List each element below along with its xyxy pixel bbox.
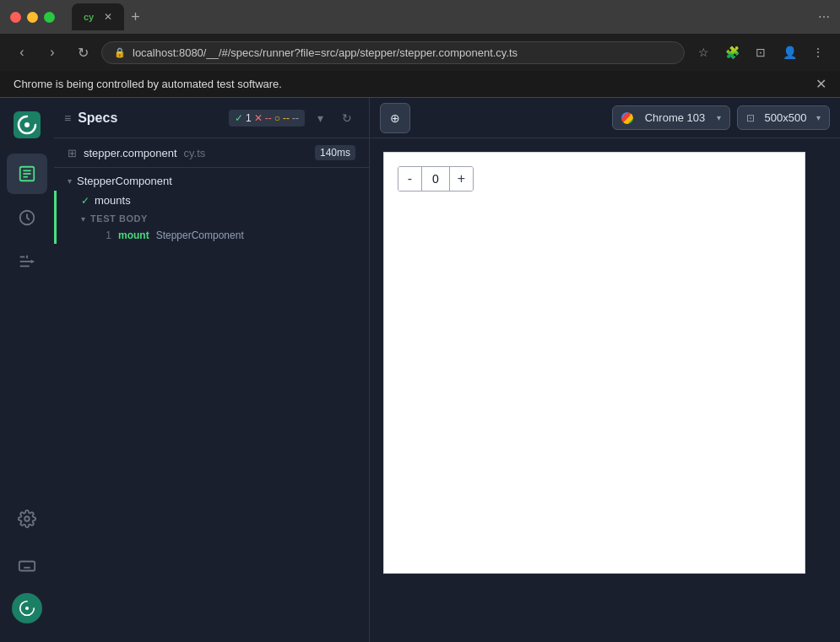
- specs-panel: ≡ Specs ✓ 1 ✕ -- ○ -- -- ▾ ↻: [54, 98, 370, 642]
- test-item-row[interactable]: ✓ mounts: [54, 191, 369, 210]
- automation-close-button[interactable]: ✕: [816, 76, 826, 92]
- test-item-container: ✓ mounts ▾ TEST BODY 1 mount StepperComp…: [54, 191, 369, 244]
- cmd-name: mount: [118, 229, 149, 241]
- menu-button[interactable]: ⋮: [806, 40, 830, 64]
- specs-title: Specs: [78, 111, 222, 126]
- svg-point-12: [24, 516, 30, 521]
- svg-point-19: [25, 607, 29, 610]
- window-controls: ⋯: [818, 10, 830, 24]
- test-pass-icon: ✓: [81, 195, 89, 207]
- url-text: localhost:8080/__/#/specs/runner?file=sr…: [133, 46, 518, 59]
- preview-settings-button[interactable]: ⊕: [380, 103, 410, 133]
- stepper-widget: - 0 +: [398, 166, 474, 192]
- cypress-app-logo[interactable]: [10, 108, 44, 142]
- forward-button[interactable]: ›: [41, 40, 64, 64]
- address-bar[interactable]: 🔒 localhost:8080/__/#/specs/runner?file=…: [101, 41, 685, 64]
- sidebar-item-settings[interactable]: [7, 499, 47, 539]
- automation-banner: Chrome is being controlled by automated …: [0, 71, 840, 98]
- minimize-traffic-light[interactable]: [27, 12, 38, 23]
- size-icon: ⊡: [746, 112, 755, 124]
- profile-button[interactable]: 👤: [778, 40, 801, 64]
- test-file-row[interactable]: ⊞ stepper.component cy.ts 140ms: [54, 138, 369, 168]
- preview-toolbar: ⊕ Chrome 103 ▾ ⊡ 500x500 ▾: [370, 98, 840, 138]
- section-label: TEST BODY: [90, 213, 148, 224]
- preview-viewport: - 0 +: [370, 138, 840, 642]
- pending-count: --: [283, 112, 290, 124]
- automation-text: Chrome is being controlled by automated …: [14, 78, 282, 90]
- preview-panel: ⊕ Chrome 103 ▾ ⊡ 500x500 ▾ - 0: [370, 98, 840, 642]
- size-label: 500x500: [765, 111, 807, 124]
- file-duration: 140ms: [315, 145, 355, 160]
- browser-label: Chrome 103: [645, 111, 706, 124]
- active-tab[interactable]: cy ✕: [72, 3, 124, 30]
- extension-puzzle-button[interactable]: 🧩: [720, 40, 744, 64]
- specs-header: ≡ Specs ✓ 1 ✕ -- ○ -- -- ▾ ↻: [54, 98, 369, 138]
- refresh-button[interactable]: ↻: [335, 106, 359, 130]
- sidebar-item-keyboard[interactable]: [7, 546, 47, 586]
- stepper-decrement-button[interactable]: -: [398, 167, 422, 191]
- back-button[interactable]: ‹: [10, 40, 34, 64]
- split-view-button[interactable]: ⊡: [749, 40, 772, 64]
- viewport-frame: - 0 +: [383, 152, 805, 574]
- skip-count: --: [292, 112, 299, 124]
- address-bar-row: ‹ › ↻ 🔒 localhost:8080/__/#/specs/runner…: [0, 34, 840, 71]
- svg-point-1: [24, 122, 30, 127]
- test-section-row: ▾ TEST BODY: [54, 210, 369, 227]
- specs-controls: ✓ 1 ✕ -- ○ -- -- ▾ ↻: [229, 106, 359, 130]
- pass-icon: ✓: [235, 112, 243, 124]
- pending-icon: ○: [274, 112, 280, 124]
- browser-select-caret-icon: ▾: [717, 113, 721, 122]
- section-caret-icon: ▾: [81, 214, 85, 224]
- test-name: mounts: [95, 194, 131, 207]
- browser-content: ≡ Specs ✓ 1 ✕ -- ○ -- -- ▾ ↻: [0, 98, 840, 642]
- sidebar-item-commands[interactable]: [7, 241, 47, 282]
- close-traffic-light[interactable]: [10, 12, 21, 23]
- suite-caret-icon: ▾: [68, 176, 72, 186]
- test-suite-row[interactable]: ▾ StepperComponent: [54, 171, 369, 191]
- pass-count: 1: [246, 112, 252, 124]
- size-select[interactable]: ⊡ 500x500 ▾: [737, 105, 830, 130]
- bookmark-button[interactable]: ☆: [691, 40, 715, 64]
- cypress-logo-button[interactable]: [12, 593, 42, 623]
- size-select-caret-icon: ▾: [816, 113, 821, 122]
- stepper-increment-button[interactable]: +: [449, 167, 473, 191]
- fail-count: --: [265, 112, 272, 124]
- address-actions: ☆ 🧩 ⊡ 👤 ⋮: [691, 40, 830, 64]
- reload-button[interactable]: ↻: [71, 40, 95, 64]
- file-icon: ⊞: [68, 147, 77, 159]
- cypress-sidebar: [0, 98, 54, 642]
- sidebar-item-specs[interactable]: [7, 154, 47, 194]
- stepper-value: 0: [422, 167, 449, 191]
- tab-bar: cy ✕ +: [72, 3, 811, 30]
- suite-name: StepperComponent: [77, 175, 172, 187]
- test-command-row[interactable]: 1 mount StepperComponent: [54, 227, 369, 244]
- cmd-arg: StepperComponent: [156, 229, 244, 241]
- specs-header-icon: ≡: [64, 111, 71, 125]
- traffic-lights: [10, 12, 55, 23]
- file-name-main: stepper.component: [84, 147, 177, 159]
- browser-select[interactable]: Chrome 103 ▾: [612, 105, 730, 130]
- cmd-number: 1: [95, 229, 111, 241]
- fail-icon: ✕: [254, 112, 263, 124]
- browser-titlebar: cy ✕ + ⋯: [0, 0, 840, 34]
- run-stats-badge: ✓ 1 ✕ -- ○ -- --: [229, 110, 305, 127]
- new-tab-button[interactable]: +: [131, 8, 140, 26]
- tab-close-button[interactable]: ✕: [104, 11, 112, 23]
- test-tree: ▾ StepperComponent ✓ mounts ▾ TEST BODY: [54, 168, 369, 642]
- file-ext: cy.ts: [184, 147, 206, 159]
- tab-favicon: cy: [84, 12, 94, 22]
- sidebar-item-runs[interactable]: [7, 197, 47, 238]
- secure-icon: 🔒: [114, 47, 126, 58]
- svg-rect-13: [19, 562, 35, 571]
- maximize-traffic-light[interactable]: [44, 12, 55, 23]
- expand-button[interactable]: ▾: [308, 106, 332, 130]
- chrome-icon: [621, 112, 633, 124]
